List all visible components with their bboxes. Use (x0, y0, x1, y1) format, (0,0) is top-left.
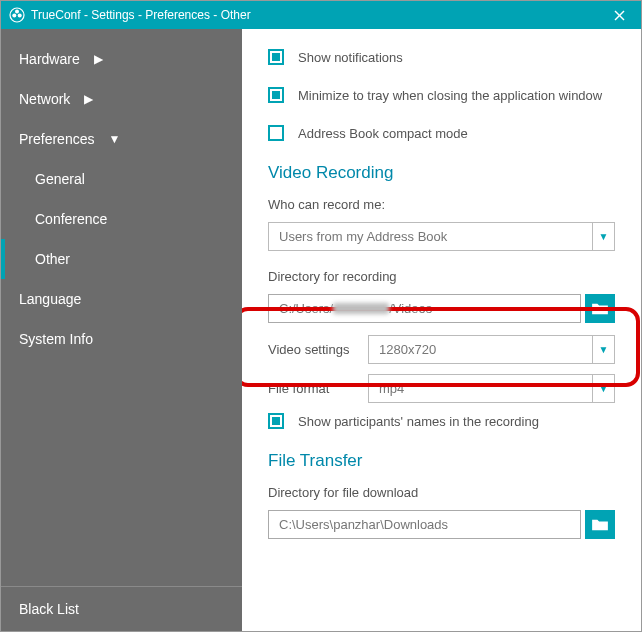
checkbox-minimize-tray[interactable] (268, 87, 284, 103)
svg-point-3 (15, 10, 19, 14)
select-who-can-record[interactable]: Users from my Address Book ▼ (268, 222, 615, 251)
input-directory-download[interactable] (268, 510, 581, 539)
group-directory-recording: Directory for recording C:/Users//Videos (260, 263, 623, 331)
close-icon (614, 10, 625, 21)
sidebar-subitem-general[interactable]: General (1, 159, 242, 199)
label-show-notifications: Show notifications (298, 50, 403, 65)
label-who-can-record: Who can record me: (268, 197, 615, 212)
select-value: 1280x720 (368, 335, 593, 364)
chevron-down-icon[interactable]: ▼ (593, 222, 615, 251)
sidebar: Hardware ▶ Network ▶ Preferences ▼ Gener… (1, 29, 242, 631)
section-title-video-recording: Video Recording (268, 163, 615, 183)
label-directory-recording: Directory for recording (268, 269, 615, 284)
select-value: Users from my Address Book (268, 222, 593, 251)
browse-folder-button[interactable] (585, 294, 615, 323)
label-directory-download: Directory for file download (268, 485, 615, 500)
select-video-settings[interactable]: 1280x720 ▼ (368, 335, 615, 364)
label-ab-compact: Address Book compact mode (298, 126, 468, 141)
window-title: TrueConf - Settings - Preferences - Othe… (31, 8, 605, 22)
sidebar-item-label: Network (19, 91, 70, 107)
svg-point-1 (12, 14, 16, 18)
chevron-right-icon: ▶ (94, 52, 103, 66)
chevron-down-icon[interactable]: ▼ (593, 335, 615, 364)
sidebar-item-language[interactable]: Language (1, 279, 242, 319)
folder-icon (591, 518, 609, 532)
select-file-format[interactable]: mp4 ▼ (368, 374, 615, 403)
sidebar-subitem-conference[interactable]: Conference (1, 199, 242, 239)
sidebar-item-label: Language (19, 291, 81, 307)
sidebar-item-label: System Info (19, 331, 93, 347)
sidebar-item-blacklist[interactable]: Black List (1, 586, 242, 631)
input-directory-recording[interactable]: C:/Users//Videos (268, 294, 581, 323)
app-logo-icon (9, 7, 25, 23)
chevron-right-icon: ▶ (84, 92, 93, 106)
sidebar-item-label: Hardware (19, 51, 80, 67)
label-file-format: File format (268, 381, 368, 396)
chevron-down-icon: ▼ (108, 132, 120, 146)
folder-icon (591, 302, 609, 316)
checkbox-show-notifications[interactable] (268, 49, 284, 65)
titlebar: TrueConf - Settings - Preferences - Othe… (1, 1, 641, 29)
sidebar-item-preferences[interactable]: Preferences ▼ (1, 119, 242, 159)
sidebar-item-network[interactable]: Network ▶ (1, 79, 242, 119)
sidebar-item-label: Preferences (19, 131, 94, 147)
content-pane: Show notifications Minimize to tray when… (242, 29, 641, 631)
label-show-participants: Show participants' names in the recordin… (298, 414, 539, 429)
browse-folder-button[interactable] (585, 510, 615, 539)
sidebar-item-hardware[interactable]: Hardware ▶ (1, 39, 242, 79)
settings-window: TrueConf - Settings - Preferences - Othe… (0, 0, 642, 632)
close-button[interactable] (605, 1, 633, 29)
checkbox-ab-compact[interactable] (268, 125, 284, 141)
redacted-text (333, 303, 389, 314)
select-value: mp4 (368, 374, 593, 403)
checkbox-show-participants[interactable] (268, 413, 284, 429)
chevron-down-icon[interactable]: ▼ (593, 374, 615, 403)
svg-point-2 (18, 14, 22, 18)
label-minimize-tray: Minimize to tray when closing the applic… (298, 88, 602, 103)
sidebar-item-systeminfo[interactable]: System Info (1, 319, 242, 359)
section-title-file-transfer: File Transfer (268, 451, 615, 471)
sidebar-subitem-other[interactable]: Other (1, 239, 242, 279)
label-video-settings: Video settings (268, 342, 368, 357)
